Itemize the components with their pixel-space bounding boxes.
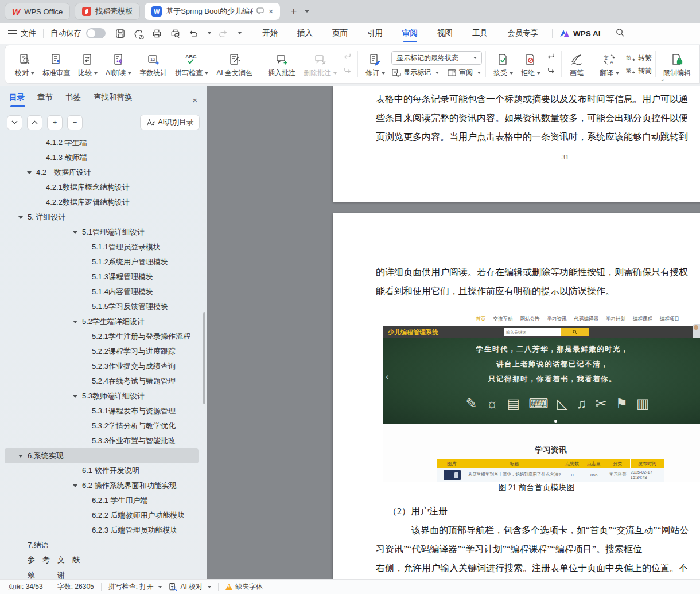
toc-item[interactable]: 5.2.2课程学习与进度跟踪 <box>5 344 199 359</box>
expand-heading-button[interactable] <box>27 115 42 130</box>
sidebar-scrollbar[interactable] <box>203 312 205 404</box>
spell-check-button[interactable]: ABC 拼写检查 <box>171 48 212 80</box>
next-comment-icon[interactable] <box>343 67 352 77</box>
app-nav-link-3[interactable]: 网站公告 <box>520 316 540 323</box>
undo-icon[interactable] <box>188 29 198 38</box>
menu-item-5[interactable]: 审阅 <box>401 24 419 43</box>
new-tab-button[interactable]: + <box>290 5 297 18</box>
document-page-31[interactable]: 表格中的每条记录可能包含一个标题或摘要以及发布时间等信息。用户可以通些条目来阅读… <box>333 86 700 202</box>
translate-button[interactable]: 文A 翻译 <box>596 48 623 80</box>
word-count-indicator[interactable]: 字数: 26305 <box>57 582 94 592</box>
menu-item-6[interactable]: 视图 <box>436 24 454 43</box>
home-tab[interactable]: W WPS Office <box>5 3 70 20</box>
toc-expand-arrow[interactable] <box>18 216 23 219</box>
previous-comment-icon[interactable] <box>343 52 352 62</box>
toc-item[interactable]: 5.3教师端详细设计 <box>5 389 199 404</box>
toc-item[interactable]: 参 考 文 献 <box>5 553 199 568</box>
menu-item-2[interactable]: 插入 <box>296 24 314 43</box>
app-search-button[interactable] <box>561 328 589 336</box>
delete-comment-button[interactable]: 删除批注 <box>300 48 341 80</box>
menu-item-7[interactable]: 工具 <box>471 24 489 43</box>
zoom-out-toc-button[interactable]: − <box>67 115 83 130</box>
toc-item[interactable]: 5.3.1课程发布与资源管理 <box>5 404 199 419</box>
file-menu[interactable]: 文件 <box>8 28 36 38</box>
ai-read-button[interactable]: AI朗读 <box>102 48 135 80</box>
markup-state-select[interactable]: 显示标记的最终状态 <box>391 51 482 65</box>
missing-font-warning[interactable]: 缺失字体 <box>225 582 263 592</box>
toc-item[interactable]: 5.2学生端详细设计 <box>5 314 199 329</box>
docer-tab[interactable]: 找稻壳模板 <box>75 3 140 20</box>
toc-item[interactable]: 7.结语 <box>5 538 199 553</box>
toc-item[interactable]: 4.1.3 教师端 <box>5 150 199 165</box>
ai-polish-button[interactable]: AI 全文润色 <box>212 48 256 80</box>
toc-item[interactable]: 6.2 操作系统界面和功能实现 <box>5 478 199 493</box>
collapse-heading-button[interactable] <box>7 115 22 130</box>
news-table-row[interactable]: 从厌学辍学到考上清华，妈妈到底用了什么方法?0866学习科普2025-02-17… <box>437 468 664 482</box>
toc-item[interactable]: 6.1 软件开发说明 <box>5 463 199 478</box>
toc-item[interactable]: 5. 详细设计 <box>5 210 199 225</box>
ink-pen-button[interactable]: 画笔 <box>565 48 588 80</box>
wps-ai-button[interactable]: WPS AI <box>559 29 601 38</box>
toc-expand-arrow[interactable] <box>73 231 77 234</box>
insert-comment-button[interactable]: 插入批注 <box>264 48 300 80</box>
close-tab-icon[interactable]: × <box>269 7 273 16</box>
ai-proofread-button[interactable]: AI 校对 <box>169 582 211 592</box>
toc-item[interactable]: 4.1.2 学生端 <box>5 140 199 150</box>
word-count-button[interactable]: 12 字数统计 <box>135 48 171 80</box>
group-expander-icon[interactable]: ⌟ <box>661 75 664 81</box>
toc-item[interactable]: 4.2.1数据库概念结构设计 <box>5 180 199 195</box>
toc-item[interactable]: 5.3.3作业布置与智能批改 <box>5 433 199 448</box>
compare-button[interactable]: 比较 <box>74 48 102 80</box>
previous-change-icon[interactable] <box>546 52 556 62</box>
toc-item[interactable]: 4.2.2数据库逻辑结构设计 <box>5 195 199 210</box>
search-icon[interactable] <box>615 28 625 39</box>
autosave-toggle[interactable] <box>86 28 106 38</box>
tab-list-dropdown-icon[interactable] <box>305 10 309 13</box>
menu-item-8[interactable]: 会员专享 <box>506 24 539 43</box>
review-pane-button[interactable]: 审阅 <box>447 68 481 77</box>
app-nav-link-8[interactable]: 编程项目 <box>660 316 679 323</box>
show-markup-button[interactable]: 显示标记 <box>391 68 439 77</box>
save-icon[interactable] <box>115 28 126 39</box>
redo-icon[interactable] <box>219 29 228 38</box>
carousel-dot[interactable] <box>554 420 557 423</box>
toc-item[interactable]: 5.3.2学情分析与教学优化 <box>5 419 199 433</box>
toc-expand-arrow[interactable] <box>27 171 32 174</box>
document-workspace[interactable]: 表格中的每条记录可能包含一个标题或摘要以及发布时间等信息。用户可以通些条目来阅读… <box>207 86 700 579</box>
app-nav-link-4[interactable]: 学习资讯 <box>547 316 567 323</box>
sidebar-tab-2[interactable]: 章节 <box>37 92 53 107</box>
toc-item[interactable]: 5.2.4在线考试与错题管理 <box>5 374 199 389</box>
toc-item[interactable]: 6.2.2 后端教师用户功能模块 <box>5 508 199 523</box>
document-page-32[interactable]: 的详细页面供用户阅读。若存在编辑或删除等功能性按钮，则需确保只有授权能看到和使用… <box>333 213 700 579</box>
app-nav-link-6[interactable]: 学习计划 <box>606 316 625 323</box>
toc-expand-arrow[interactable] <box>73 321 77 323</box>
print-preview-icon[interactable] <box>170 28 181 39</box>
toc-item[interactable]: 致 谢 <box>5 568 199 579</box>
app-nav-link-5[interactable]: 代码编译器 <box>574 316 599 323</box>
toc-expand-arrow[interactable] <box>73 484 77 487</box>
menu-item-1[interactable]: 开始 <box>261 24 279 43</box>
app-search-input[interactable] <box>504 328 561 336</box>
sidebar-tab-4[interactable]: 查找和替换 <box>94 92 133 107</box>
proofread-button[interactable]: 校对 <box>11 48 38 80</box>
sidebar-close-icon[interactable]: × <box>192 95 197 105</box>
toc-item[interactable]: 6.2.3 后端管理员功能模块 <box>5 523 199 538</box>
redo-dropdown-icon[interactable] <box>238 32 242 34</box>
standard-review-button[interactable]: 标准审查 <box>38 48 74 80</box>
to-traditional-button[interactable]: 简 转繁 <box>625 53 652 63</box>
page-indicator[interactable]: 页面: 34/53 <box>8 582 43 592</box>
print-icon[interactable] <box>151 28 162 39</box>
spellcheck-status[interactable]: 拼写检查: 打开 <box>108 582 162 592</box>
to-simplified-button[interactable]: 繁 转简 <box>625 66 652 76</box>
restrict-editing-button[interactable]: 限制编辑 <box>659 48 695 80</box>
app-nav-link-1[interactable]: 首页 <box>476 316 486 323</box>
toc-item[interactable]: 5.1.2系统用户管理模块 <box>5 255 199 269</box>
zoom-in-toc-button[interactable]: + <box>47 115 63 130</box>
toc-expand-arrow[interactable] <box>18 455 23 458</box>
menu-item-4[interactable]: 引用 <box>366 24 384 43</box>
undo-dropdown-icon[interactable] <box>208 32 211 34</box>
chat-icon[interactable] <box>256 7 264 16</box>
track-changes-button[interactable]: 修订 <box>361 48 389 80</box>
toc-item[interactable]: 5.1.5学习反馈管理模块 <box>5 299 199 314</box>
accept-button[interactable]: 接受 <box>489 48 517 80</box>
